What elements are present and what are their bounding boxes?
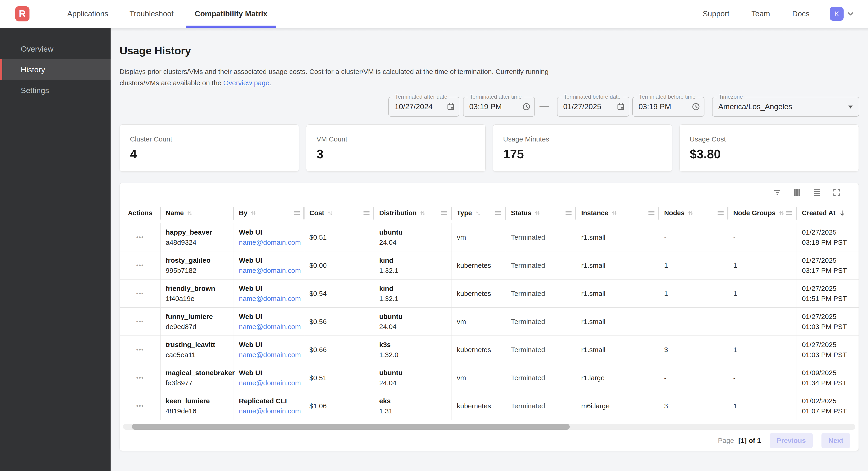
fullscreen-icon[interactable]: [832, 187, 841, 197]
avatar[interactable]: K: [830, 7, 844, 21]
sort-icon[interactable]: [419, 209, 426, 217]
sidebar-item-settings[interactable]: Settings: [0, 80, 111, 101]
terminated-before-date-input[interactable]: Terminated before date 01/27/2025: [557, 97, 629, 117]
sort-icon[interactable]: [687, 209, 694, 217]
distribution-version: 1.32.0: [379, 350, 452, 360]
column-menu-icon[interactable]: [294, 211, 300, 215]
by-email-link[interactable]: name@domain.com: [239, 237, 304, 247]
density-icon[interactable]: [812, 187, 822, 197]
column-menu-icon[interactable]: [441, 211, 447, 215]
nav-link-team[interactable]: Team: [740, 9, 781, 18]
sidebar-item-overview[interactable]: Overview: [0, 38, 111, 59]
column-menu-icon[interactable]: [565, 211, 571, 215]
timezone-select[interactable]: Timezone America/Los_Angeles: [712, 97, 859, 117]
row-actions-button[interactable]: •••: [136, 318, 144, 325]
nav-link-support[interactable]: Support: [692, 9, 741, 18]
row-actions-button[interactable]: •••: [136, 374, 144, 381]
overview-page-link[interactable]: Overview page: [223, 79, 269, 87]
by-email-link[interactable]: name@domain.com: [239, 378, 304, 388]
sort-icon[interactable]: [250, 209, 257, 217]
row-actions-button[interactable]: •••: [136, 346, 144, 353]
clock-icon[interactable]: [691, 102, 700, 111]
column-header-cost[interactable]: Cost: [304, 203, 374, 223]
column-header-nodes[interactable]: Nodes: [659, 203, 728, 223]
clock-icon[interactable]: [522, 102, 531, 111]
calendar-icon[interactable]: [616, 102, 625, 111]
sorted-descending-icon[interactable]: [838, 209, 846, 217]
terminated-after-date-value: 10/27/2024: [395, 97, 433, 116]
sort-icon[interactable]: [474, 209, 482, 217]
terminated-after-date-input[interactable]: Terminated after date 10/27/2024: [389, 97, 459, 117]
stat-label: VM Count: [316, 135, 475, 143]
by-email-link[interactable]: name@domain.com: [239, 265, 304, 275]
row-actions-button[interactable]: •••: [136, 234, 144, 241]
terminated-before-time-input[interactable]: Terminated before time 03:19 PM: [632, 97, 705, 117]
chevron-down-icon[interactable]: [846, 9, 855, 19]
created-time: 01:07 PM PST: [802, 406, 859, 416]
column-menu-icon[interactable]: [364, 211, 370, 215]
column-header-type[interactable]: Type: [452, 203, 506, 223]
date-range-separator: —: [537, 100, 551, 111]
actions-cell: •••: [120, 252, 161, 279]
table-row: ••• funny_lumiere de9ed87d Web UI name@d…: [120, 307, 859, 336]
stat-card-vm-count: VM Count 3: [306, 124, 486, 172]
column-header-node-groups[interactable]: Node Groups: [728, 203, 797, 223]
by-email-link[interactable]: name@domain.com: [239, 406, 304, 416]
stat-value: 175: [503, 147, 662, 161]
terminated-before-date-value: 01/27/2025: [563, 97, 601, 116]
node-groups-cell: -: [728, 364, 797, 392]
column-header-status[interactable]: Status: [506, 203, 576, 223]
cost-cell: $0.51: [304, 364, 374, 392]
columns-icon[interactable]: [792, 187, 802, 197]
cost-cell: $0.66: [304, 336, 374, 364]
stat-card-usage-minutes: Usage Minutes 175: [493, 124, 672, 172]
sort-icon[interactable]: [534, 209, 541, 217]
column-menu-icon[interactable]: [495, 211, 501, 215]
sort-icon[interactable]: [778, 209, 785, 217]
created-at-cell: 01/02/2025 01:07 PM PST: [797, 392, 859, 420]
column-menu-icon[interactable]: [718, 211, 723, 215]
column-menu-icon[interactable]: [786, 211, 792, 215]
terminated-after-time-input[interactable]: Terminated after time 03:19 PM: [463, 97, 535, 117]
instance-cell: r1.small: [576, 336, 659, 364]
replicated-logo[interactable]: R: [15, 6, 30, 22]
sort-icon[interactable]: [186, 209, 193, 217]
row-actions-button[interactable]: •••: [136, 262, 144, 269]
caret-down-icon[interactable]: [848, 106, 853, 109]
previous-button[interactable]: Previous: [770, 433, 813, 448]
table-row: ••• magical_stonebraker fe3f8977 Web UI …: [120, 364, 859, 392]
row-actions-button[interactable]: •••: [136, 290, 144, 297]
instance-cell: m6i.large: [576, 392, 659, 420]
next-button[interactable]: Next: [822, 433, 850, 448]
tab-applications[interactable]: Applications: [57, 0, 119, 28]
sort-icon[interactable]: [327, 209, 334, 217]
column-header-created-at[interactable]: Created At: [797, 203, 859, 223]
column-menu-icon[interactable]: [648, 211, 654, 215]
horizontal-scrollbar-thumb[interactable]: [132, 424, 570, 430]
sidebar-item-history[interactable]: History: [0, 59, 111, 80]
sort-icon[interactable]: [611, 209, 618, 217]
column-header-instance[interactable]: Instance: [576, 203, 659, 223]
nodes-cell: 1: [659, 252, 728, 279]
tab-compatibility-matrix[interactable]: Compatibility Matrix: [184, 0, 278, 28]
status-cell: Terminated: [506, 307, 576, 335]
filter-icon[interactable]: [772, 187, 782, 197]
nodes-cell: 3: [659, 392, 728, 420]
by-source: Web UI: [239, 255, 304, 265]
name-cell: funny_lumiere de9ed87d: [161, 307, 234, 335]
column-header-name[interactable]: Name: [161, 203, 234, 223]
nav-link-docs[interactable]: Docs: [781, 9, 820, 18]
calendar-icon[interactable]: [446, 102, 455, 111]
tab-troubleshoot[interactable]: Troubleshoot: [119, 0, 184, 28]
column-header-distribution[interactable]: Distribution: [374, 203, 452, 223]
cluster-id: fe3f8977: [166, 378, 234, 388]
description-period: .: [269, 79, 271, 87]
actions-cell: •••: [120, 392, 161, 420]
by-email-link[interactable]: name@domain.com: [239, 350, 304, 360]
by-email-link[interactable]: name@domain.com: [239, 322, 304, 332]
node-groups-cell: 1: [728, 252, 797, 279]
by-email-link[interactable]: name@domain.com: [239, 294, 304, 304]
column-header-by[interactable]: By: [234, 203, 304, 223]
row-actions-button[interactable]: •••: [136, 402, 144, 410]
horizontal-scrollbar-track: [123, 424, 855, 430]
